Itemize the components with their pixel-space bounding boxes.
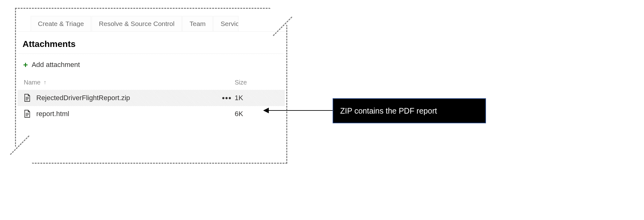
attachment-size: 6K <box>235 110 279 118</box>
panel-inner: Create & Triage Resolve & Source Control… <box>18 10 285 161</box>
add-attachment-label: Add attachment <box>32 61 80 69</box>
attachments-panel: Create & Triage Resolve & Source Control… <box>15 8 287 164</box>
tab-servicing[interactable]: Servicing <box>213 16 238 31</box>
sort-ascending-icon: ↑ <box>43 79 46 86</box>
annotation-arrow-icon <box>264 110 333 111</box>
tab-bar: Create & Triage Resolve & Source Control… <box>18 10 285 32</box>
attachment-name: report.html <box>36 110 219 118</box>
file-icon <box>24 94 32 102</box>
tab-team[interactable]: Team <box>182 16 213 31</box>
add-attachment-button[interactable]: + Add attachment <box>18 54 285 76</box>
attachment-name: RejectedDriverFlightReport.zip <box>36 94 219 102</box>
tab-create-triage[interactable]: Create & Triage <box>31 16 91 31</box>
tab-resolve-source-control[interactable]: Resolve & Source Control <box>92 16 182 31</box>
column-header-name-label: Name <box>24 79 40 86</box>
section-title-attachments: Attachments <box>19 32 284 54</box>
plus-icon: + <box>23 61 28 69</box>
attachment-row[interactable]: report.html 6K <box>18 106 285 122</box>
attachment-row[interactable]: RejectedDriverFlightReport.zip ••• 1K <box>18 90 285 106</box>
column-header-name[interactable]: Name ↑ <box>24 79 235 86</box>
annotation-text: ZIP contains the PDF report <box>340 106 437 115</box>
annotation-callout: ZIP contains the PDF report <box>333 98 486 123</box>
file-icon <box>24 110 32 118</box>
column-header-size[interactable]: Size <box>235 79 279 86</box>
attachment-size: 1K <box>235 94 279 102</box>
row-more-button[interactable]: ••• <box>219 94 235 102</box>
column-header-row: Name ↑ Size <box>18 76 285 90</box>
